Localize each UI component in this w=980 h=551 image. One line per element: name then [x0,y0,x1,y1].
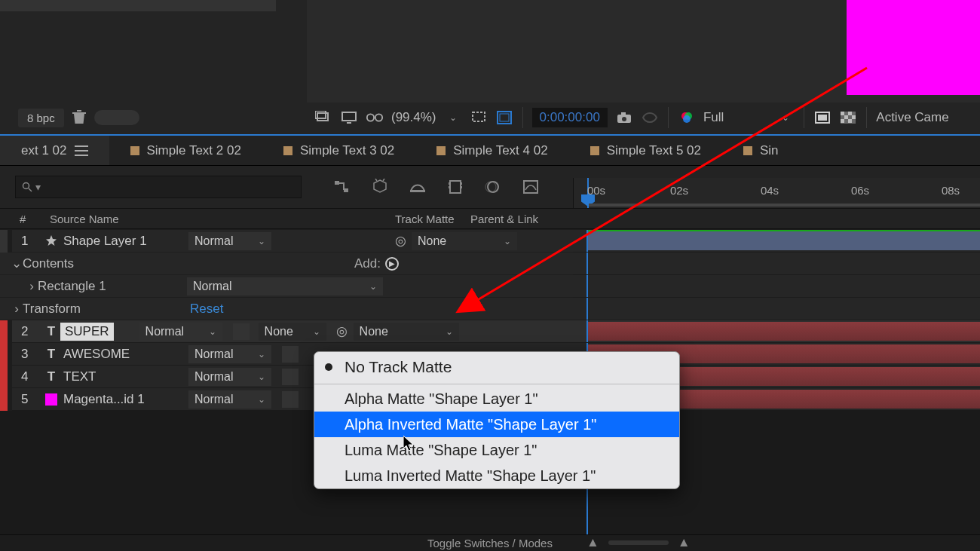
channels-icon[interactable] [678,109,696,127]
viewer-camera[interactable]: Active Came [876,110,948,125]
project-zoom-slider[interactable] [94,110,139,125]
safe-zones-icon[interactable] [495,109,513,127]
blend-mode-dropdown[interactable]: Normal⌄ [188,345,271,363]
graph-editor-icon[interactable] [520,176,541,197]
text-layer-icon: T [42,324,60,339]
composition-viewer[interactable] [307,0,980,103]
svg-rect-15 [818,115,827,121]
layer-name[interactable]: Magenta...id 1 [60,392,188,407]
mask-glasses-icon[interactable] [366,109,384,127]
time-ruler[interactable]: 00s 02s 04s 06s 08s [573,178,980,208]
parent-dropdown[interactable]: None⌄ [354,323,459,341]
layer-color-label[interactable] [0,388,8,411]
blend-mode-dropdown[interactable]: Normal⌄ [188,390,271,409]
toggle-switches-button[interactable]: Toggle Switches / Modes [427,537,553,549]
layer-color-label[interactable] [0,343,8,366]
tab-comp-4[interactable]: Simple Text 4 02 [415,136,568,165]
tab-comp-3[interactable]: Simple Text 3 02 [262,136,415,165]
layer-color-label[interactable] [0,230,8,253]
pickwhip-icon[interactable]: ◎ [390,232,410,250]
res-caret-icon[interactable]: ⌄ [776,109,795,127]
viewer-zoom[interactable]: (99.4%) [391,110,436,125]
roi-icon[interactable] [470,109,488,127]
top-panels: 8 bpc (99.4%) ⌄ 0:00:00:00 Full ⌄ Active… [0,0,980,134]
col-track-matte[interactable]: Track Matte [327,213,470,225]
layer-num: 4 [12,369,42,384]
frame-blend-icon[interactable] [445,176,466,197]
layer-name[interactable]: SUPER [60,323,114,341]
twisty-down-icon[interactable]: ⌄ [11,256,23,271]
matte-toggle[interactable] [282,391,299,408]
project-panel-strip [0,0,276,11]
parent-dropdown[interactable]: None⌄ [412,232,517,250]
zoom-slider[interactable] [608,540,669,545]
layers-icon[interactable] [314,109,332,127]
svg-point-4 [375,114,382,121]
rectangle-label: Rectangle 1 [38,279,187,294]
viewer-timecode[interactable]: 0:00:00:00 [532,108,608,127]
zoom-caret-icon[interactable]: ⌄ [444,109,462,127]
comp-flowchart-icon[interactable] [332,176,353,197]
add-button-icon[interactable]: ▶ [385,257,399,271]
matte-option-luma-inverted[interactable]: Luma Inverted Matte "Shape Layer 1" [314,463,679,488]
pickwhip-icon[interactable]: ◎ [332,323,352,341]
tab-menu-icon[interactable] [75,145,88,156]
transparency-grid-icon[interactable] [839,109,857,127]
tab-label: Simple Text 3 02 [300,143,394,158]
zoom-out-icon[interactable]: ▲ [586,535,599,550]
tab-comp-6[interactable]: Sin [722,136,800,165]
ruler-tick: 06s [851,184,869,197]
layer-color-label[interactable] [0,320,8,343]
color-preview-icon[interactable] [641,109,659,127]
twisty-right-icon[interactable]: › [26,279,38,294]
motion-blur-icon[interactable] [482,176,504,197]
svg-rect-28 [449,182,450,185]
trash-icon[interactable] [70,109,88,127]
tab-comp-5[interactable]: Simple Text 5 02 [569,136,722,165]
blend-mode-dropdown[interactable]: Normal⌄ [139,323,222,341]
matte-toggle[interactable] [282,369,299,385]
blend-mode-dropdown[interactable]: Normal⌄ [188,232,271,250]
reset-button[interactable]: Reset [190,302,223,317]
shape-mode-dropdown[interactable]: Normal⌄ [187,277,383,295]
track-matte-menu[interactable]: No Track Matte Alpha Matte "Shape Layer … [314,351,680,489]
layer-name[interactable]: Shape Layer 1 [60,234,188,249]
layer-name[interactable]: AWESOME [60,347,188,362]
matte-toggle[interactable] [233,323,250,340]
matte-option-alpha-inverted[interactable]: Alpha Inverted Matte "Shape Layer 1" [314,412,679,437]
tab-comp-1[interactable]: ext 1 02 [0,136,109,165]
matte-option-luma[interactable]: Luma Matte "Shape Layer 1" [314,437,679,463]
tab-label: Simple Text 5 02 [607,143,701,158]
layer-name[interactable]: TEXT [60,369,188,384]
twisty-right-icon[interactable]: › [11,302,23,317]
solid-swatch-icon [42,393,60,406]
matte-toggle[interactable] [282,346,299,363]
svg-point-32 [488,182,498,192]
bpc-chip[interactable]: 8 bpc [18,109,64,127]
matte-option-none[interactable]: No Track Matte [314,352,679,382]
col-source-name[interactable]: Source Name [42,213,237,225]
text-layer-icon: T [42,369,60,384]
zoom-in-icon[interactable]: ▲ [678,535,691,550]
layer-search-input[interactable]: ▾ [15,176,302,198]
viewer-toolbar: (99.4%) ⌄ 0:00:00:00 Full ⌄ Active Came [307,103,980,133]
text-layer-icon: T [42,347,60,362]
svg-rect-21 [841,119,844,123]
tab-label: ext 1 02 [21,143,67,158]
matte-option-alpha[interactable]: Alpha Matte "Shape Layer 1" [314,386,679,412]
col-hash[interactable]: # [12,213,42,225]
hide-shy-icon[interactable] [407,176,428,197]
col-parent-link[interactable]: Parent & Link [470,213,621,225]
tab-comp-2[interactable]: Simple Text 2 02 [109,136,262,165]
layer-color-label[interactable] [0,366,8,388]
svg-rect-20 [852,115,856,119]
work-area-bar[interactable] [589,204,980,207]
3d-renderer-icon[interactable] [369,176,390,197]
timeline-tabs: ext 1 02 Simple Text 2 02 Simple Text 3 … [0,136,980,166]
camera-icon[interactable] [615,109,633,127]
monitor-icon[interactable] [340,109,358,127]
blend-mode-dropdown[interactable]: Normal⌄ [188,368,271,386]
viewer-resolution[interactable]: Full [703,110,724,125]
track-matte-dropdown[interactable]: None⌄ [259,323,326,341]
view1-icon[interactable] [813,109,831,127]
